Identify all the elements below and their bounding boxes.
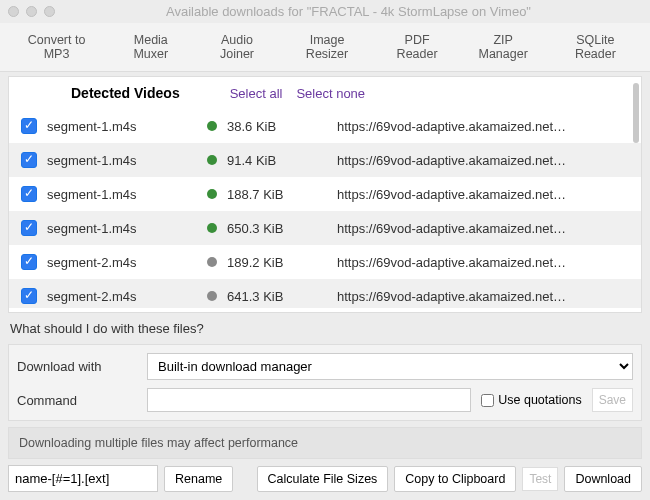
- table-row[interactable]: segment-1.m4s38.6 KiBhttps://69vod-adapt…: [9, 109, 641, 143]
- file-url: https://69vod-adaptive.akamaized.net…: [337, 153, 629, 168]
- minimize-icon[interactable]: [26, 6, 37, 17]
- table-row[interactable]: segment-2.m4s641.3 KiBhttps://69vod-adap…: [9, 279, 641, 308]
- status-dot-icon: [207, 223, 217, 233]
- download-button[interactable]: Download: [564, 466, 642, 492]
- file-url: https://69vod-adaptive.akamaized.net…: [337, 119, 629, 134]
- use-quotations-option[interactable]: Use quotations: [481, 393, 581, 407]
- titlebar: Available downloads for "FRACTAL - 4k St…: [0, 0, 650, 23]
- window-controls: [8, 6, 55, 17]
- filename-pattern-input[interactable]: [8, 465, 158, 492]
- row-checkbox[interactable]: [21, 186, 37, 202]
- download-with-row: Download with Built-in download manager: [17, 353, 633, 380]
- copy-clipboard-button[interactable]: Copy to Clipboard: [394, 466, 516, 492]
- status-dot-icon: [207, 291, 217, 301]
- file-size: 641.3 KiB: [227, 289, 327, 304]
- file-name: segment-1.m4s: [47, 119, 197, 134]
- test-button: Test: [522, 467, 558, 491]
- options-panel: Download with Built-in download manager …: [8, 344, 642, 421]
- selection-links: Select all Select none: [230, 86, 365, 101]
- select-all-link[interactable]: Select all: [230, 86, 283, 101]
- file-name: segment-2.m4s: [47, 255, 197, 270]
- table-row[interactable]: segment-1.m4s91.4 KiBhttps://69vod-adapt…: [9, 143, 641, 177]
- toolbar-convert-mp3[interactable]: Convert to MP3: [6, 27, 107, 67]
- file-name: segment-2.m4s: [47, 289, 197, 304]
- rows-container: segment-1.m4s38.6 KiBhttps://69vod-adapt…: [9, 109, 641, 308]
- rename-button[interactable]: Rename: [164, 466, 233, 492]
- detected-videos-heading: Detected Videos: [71, 85, 180, 101]
- file-size: 189.2 KiB: [227, 255, 327, 270]
- command-input[interactable]: [147, 388, 471, 412]
- status-dot-icon: [207, 257, 217, 267]
- bottom-bar: Rename Calculate File Sizes Copy to Clip…: [0, 465, 650, 500]
- row-checkbox[interactable]: [21, 152, 37, 168]
- select-none-link[interactable]: Select none: [296, 86, 365, 101]
- file-size: 38.6 KiB: [227, 119, 327, 134]
- status-dot-icon: [207, 189, 217, 199]
- file-url: https://69vod-adaptive.akamaized.net…: [337, 221, 629, 236]
- save-button: Save: [592, 388, 633, 412]
- question-label: What should I do with these files?: [0, 313, 650, 344]
- table-row[interactable]: segment-1.m4s650.3 KiBhttps://69vod-adap…: [9, 211, 641, 245]
- toolbar-media-muxer[interactable]: Media Muxer: [107, 27, 194, 67]
- download-with-select[interactable]: Built-in download manager: [147, 353, 633, 380]
- window: Available downloads for "FRACTAL - 4k St…: [0, 0, 650, 500]
- file-name: segment-1.m4s: [47, 221, 197, 236]
- warning-banner: Downloading multiple files may affect pe…: [8, 427, 642, 459]
- row-checkbox[interactable]: [21, 288, 37, 304]
- download-with-label: Download with: [17, 359, 137, 374]
- row-checkbox[interactable]: [21, 118, 37, 134]
- file-url: https://69vod-adaptive.akamaized.net…: [337, 289, 629, 304]
- toolbar-sqlite-reader[interactable]: SQLite Reader: [547, 27, 644, 67]
- toolbar-pdf-reader[interactable]: PDF Reader: [375, 27, 460, 67]
- toolbar-image-resizer[interactable]: Image Resizer: [279, 27, 374, 67]
- calculate-sizes-button[interactable]: Calculate File Sizes: [257, 466, 389, 492]
- maximize-icon[interactable]: [44, 6, 55, 17]
- list-header: Detected Videos Select all Select none: [9, 77, 641, 109]
- row-checkbox[interactable]: [21, 220, 37, 236]
- file-size: 91.4 KiB: [227, 153, 327, 168]
- table-row[interactable]: segment-2.m4s189.2 KiBhttps://69vod-adap…: [9, 245, 641, 279]
- video-list: Detected Videos Select all Select none s…: [8, 76, 642, 313]
- toolbar-zip-manager[interactable]: ZIP Manager: [460, 27, 547, 67]
- table-row[interactable]: segment-1.m4s188.7 KiBhttps://69vod-adap…: [9, 177, 641, 211]
- status-dot-icon: [207, 155, 217, 165]
- use-quotations-checkbox[interactable]: [481, 394, 494, 407]
- file-name: segment-1.m4s: [47, 153, 197, 168]
- file-name: segment-1.m4s: [47, 187, 197, 202]
- close-icon[interactable]: [8, 6, 19, 17]
- command-row: Command Use quotations Save: [17, 388, 633, 412]
- file-size: 650.3 KiB: [227, 221, 327, 236]
- row-checkbox[interactable]: [21, 254, 37, 270]
- file-url: https://69vod-adaptive.akamaized.net…: [337, 187, 629, 202]
- scrollbar[interactable]: [633, 83, 639, 143]
- toolbar: Convert to MP3 Media Muxer Audio Joiner …: [0, 23, 650, 72]
- use-quotations-label: Use quotations: [498, 393, 581, 407]
- file-url: https://69vod-adaptive.akamaized.net…: [337, 255, 629, 270]
- window-title: Available downloads for "FRACTAL - 4k St…: [55, 4, 642, 19]
- content: Detected Videos Select all Select none s…: [0, 72, 650, 500]
- status-dot-icon: [207, 121, 217, 131]
- file-size: 188.7 KiB: [227, 187, 327, 202]
- toolbar-audio-joiner[interactable]: Audio Joiner: [195, 27, 280, 67]
- command-label: Command: [17, 393, 137, 408]
